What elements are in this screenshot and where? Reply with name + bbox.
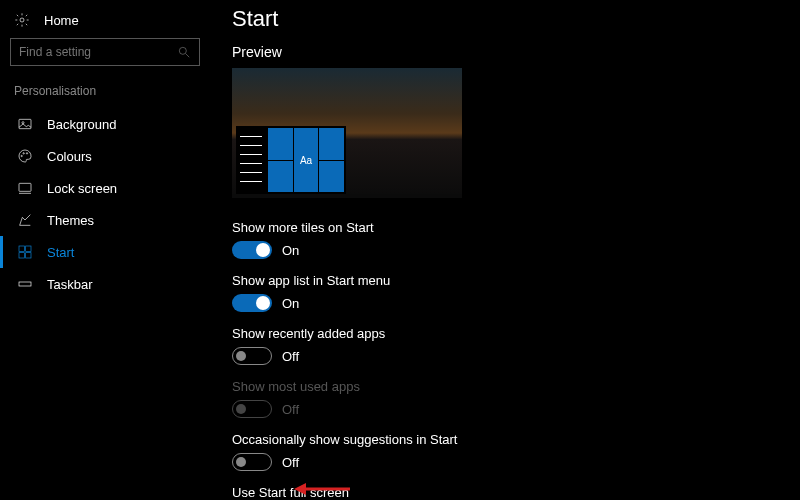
setting-label: Show app list in Start menu xyxy=(232,273,800,288)
sidebar-item-label: Lock screen xyxy=(47,181,117,196)
preview-heading: Preview xyxy=(232,44,800,60)
toggle-state-text: On xyxy=(282,243,299,258)
setting-full-screen: Use Start full screen On xyxy=(232,485,800,500)
toggle-state-text: Off xyxy=(282,402,299,417)
svg-point-7 xyxy=(26,153,27,154)
svg-point-5 xyxy=(21,155,22,156)
svg-rect-3 xyxy=(19,119,31,128)
svg-rect-12 xyxy=(19,253,24,258)
home-button[interactable]: Home xyxy=(0,8,210,38)
sidebar-item-label: Taskbar xyxy=(47,277,93,292)
svg-line-2 xyxy=(186,54,190,58)
svg-rect-8 xyxy=(19,183,31,191)
toggle-app-list[interactable] xyxy=(232,294,272,312)
preview-start-menu: Aa xyxy=(236,126,346,194)
svg-point-4 xyxy=(22,122,24,124)
sidebar-item-lock-screen[interactable]: Lock screen xyxy=(0,172,210,204)
setting-label: Show more tiles on Start xyxy=(232,220,800,235)
search-input[interactable] xyxy=(19,45,177,59)
setting-label: Show recently added apps xyxy=(232,326,800,341)
setting-label: Use Start full screen xyxy=(232,485,800,500)
picture-icon xyxy=(17,116,33,132)
svg-point-1 xyxy=(179,47,186,54)
setting-label: Show most used apps xyxy=(232,379,800,394)
toggle-suggestions[interactable] xyxy=(232,453,272,471)
svg-rect-14 xyxy=(19,282,31,286)
svg-point-6 xyxy=(23,153,24,154)
search-icon xyxy=(177,45,191,59)
toggle-more-tiles[interactable] xyxy=(232,241,272,259)
setting-most-used: Show most used apps Off xyxy=(232,379,800,418)
toggle-recently-added[interactable] xyxy=(232,347,272,365)
main-content: Start Preview Aa Show more tiles on Star… xyxy=(210,0,800,500)
svg-rect-11 xyxy=(26,246,31,251)
toggle-most-used xyxy=(232,400,272,418)
themes-icon xyxy=(17,212,33,228)
sidebar-item-background[interactable]: Background xyxy=(0,108,210,140)
home-label: Home xyxy=(44,13,79,28)
toggle-state-text: Off xyxy=(282,349,299,364)
section-header: Personalisation xyxy=(0,84,210,108)
sidebar: Home Personalisation Background Colours … xyxy=(0,0,210,500)
lock-screen-icon xyxy=(17,180,33,196)
preview-taskbar xyxy=(232,194,462,198)
svg-rect-13 xyxy=(26,253,31,258)
preview-tiles: Aa xyxy=(266,126,346,194)
preview-tile-aa: Aa xyxy=(294,128,319,192)
taskbar-icon xyxy=(17,276,33,292)
toggle-state-text: Off xyxy=(282,455,299,470)
sidebar-item-start[interactable]: Start xyxy=(0,236,210,268)
start-icon xyxy=(17,244,33,260)
sidebar-item-label: Colours xyxy=(47,149,92,164)
sidebar-item-themes[interactable]: Themes xyxy=(0,204,210,236)
preview-app-list xyxy=(236,126,266,194)
sidebar-item-label: Start xyxy=(47,245,74,260)
sidebar-item-label: Background xyxy=(47,117,116,132)
setting-more-tiles: Show more tiles on Start On xyxy=(232,220,800,259)
toggle-state-text: On xyxy=(282,296,299,311)
start-preview-image: Aa xyxy=(232,68,462,198)
search-input-wrap[interactable] xyxy=(10,38,200,66)
sidebar-item-colours[interactable]: Colours xyxy=(0,140,210,172)
setting-recently-added: Show recently added apps Off xyxy=(232,326,800,365)
page-title: Start xyxy=(232,6,800,32)
svg-point-0 xyxy=(20,18,24,22)
gear-icon xyxy=(14,12,30,28)
setting-suggestions: Occasionally show suggestions in Start O… xyxy=(232,432,800,471)
palette-icon xyxy=(17,148,33,164)
sidebar-item-taskbar[interactable]: Taskbar xyxy=(0,268,210,300)
sidebar-item-label: Themes xyxy=(47,213,94,228)
svg-rect-10 xyxy=(19,246,24,251)
setting-label: Occasionally show suggestions in Start xyxy=(232,432,800,447)
setting-app-list: Show app list in Start menu On xyxy=(232,273,800,312)
